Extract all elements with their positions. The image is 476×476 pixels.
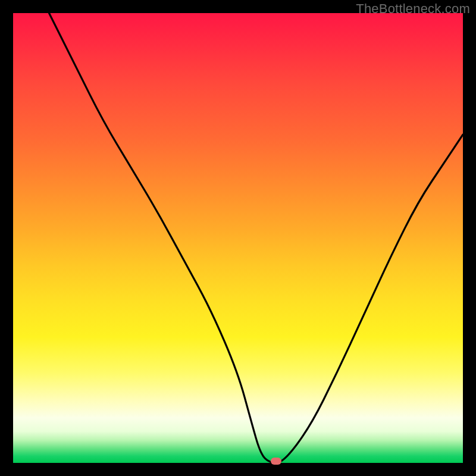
optimal-point-marker	[271, 458, 281, 465]
chart-frame: TheBottleneck.com	[0, 0, 476, 476]
bottleneck-curve	[13, 13, 463, 463]
watermark-text: TheBottleneck.com	[356, 1, 470, 17]
plot-area	[13, 13, 463, 463]
